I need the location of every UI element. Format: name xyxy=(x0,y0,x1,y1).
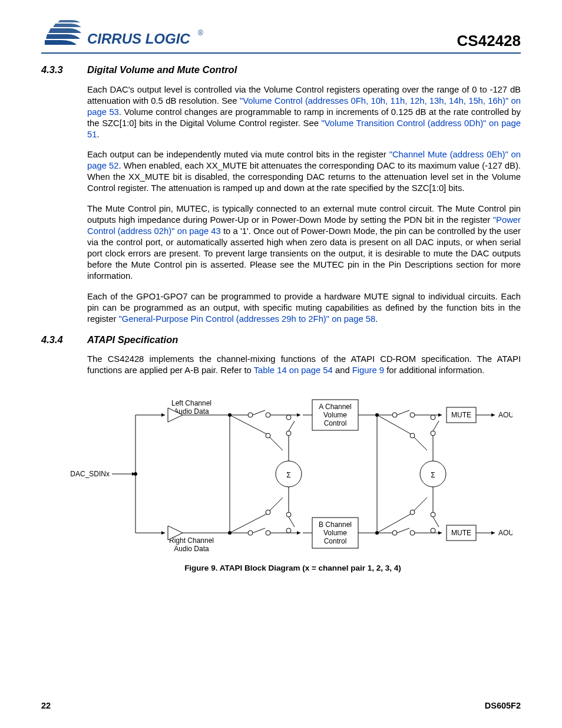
label-left-ch1: Left Channel xyxy=(171,399,211,407)
svg-line-29 xyxy=(289,421,295,431)
svg-point-66 xyxy=(431,512,435,517)
svg-point-23 xyxy=(248,531,253,535)
sigma-2: Σ xyxy=(431,471,435,479)
mute-a: MUTE xyxy=(451,411,471,419)
brand-logo: CIRRUS LOGIC ® xyxy=(41,18,218,50)
part-number: CS42428 xyxy=(457,32,521,50)
box-a-2: Volume xyxy=(323,411,347,419)
svg-line-46 xyxy=(397,410,409,415)
box-a-3: Control xyxy=(324,419,347,427)
paragraph: Each DAC's output level is controlled vi… xyxy=(87,84,521,140)
svg-point-28 xyxy=(286,431,291,436)
svg-line-51 xyxy=(414,437,427,450)
link-table14[interactable]: Table 14 on page 54 xyxy=(254,365,333,375)
svg-line-50 xyxy=(377,415,411,434)
svg-line-11 xyxy=(253,410,265,415)
page-number: 22 xyxy=(41,701,51,710)
section-4-3-3: 4.3.3 Digital Volume and Mute Control Ea… xyxy=(41,64,521,325)
svg-point-15 xyxy=(266,433,270,438)
page-header: CIRRUS LOGIC ® CS42428 xyxy=(41,18,521,54)
section-number: 4.3.3 xyxy=(41,64,87,75)
atapi-block-diagram: .t { font-family: Arial; font-size: 12px… xyxy=(65,391,513,556)
svg-point-59 xyxy=(410,531,415,535)
svg-line-24 xyxy=(253,528,265,533)
svg-line-33 xyxy=(289,517,295,527)
doc-number: DS605F2 xyxy=(485,701,521,710)
svg-line-55 xyxy=(414,498,427,510)
aoutb: AOUTBx xyxy=(498,529,513,537)
section-title: Digital Volume and Mute Control xyxy=(87,64,237,75)
box-b-1: B Channel xyxy=(319,521,352,529)
paragraph: Each output can be independently muted v… xyxy=(87,149,521,194)
svg-point-57 xyxy=(392,531,397,535)
page-footer: 22 DS605F2 xyxy=(41,701,521,710)
box-a-1: A Channel xyxy=(319,403,351,411)
section-title: ATAPI Specification xyxy=(87,334,178,345)
svg-line-21 xyxy=(270,498,283,510)
svg-point-49 xyxy=(410,433,415,438)
svg-point-25 xyxy=(266,531,270,535)
svg-line-17 xyxy=(270,437,283,450)
svg-point-53 xyxy=(410,510,415,515)
section-number: 4.3.4 xyxy=(41,334,87,345)
label-right-ch2: Audio Data xyxy=(174,545,209,553)
page: CIRRUS LOGIC ® CS42428 4.3.3 Digital Vol… xyxy=(0,0,562,728)
label-right-ch1: Right Channel xyxy=(169,536,214,545)
svg-point-19 xyxy=(266,510,270,515)
svg-point-47 xyxy=(410,413,415,417)
svg-point-45 xyxy=(392,413,397,417)
paragraph: The Mute Control pin, MUTEC, is typicall… xyxy=(87,203,521,282)
svg-point-12 xyxy=(266,413,270,417)
svg-point-68 xyxy=(431,528,435,533)
svg-line-63 xyxy=(433,421,439,431)
aouta: AOUTAx xyxy=(498,411,513,419)
svg-line-67 xyxy=(433,517,439,527)
mute-b: MUTE xyxy=(451,529,471,537)
brand-reg: ® xyxy=(198,29,203,37)
paragraph: The CS42428 implements the channel-mixin… xyxy=(87,354,521,376)
svg-point-10 xyxy=(248,413,253,417)
section-heading: 4.3.4 ATAPI Specification xyxy=(41,334,521,345)
section-4-3-4: 4.3.4 ATAPI Specification The CS42428 im… xyxy=(41,334,521,377)
svg-point-62 xyxy=(431,431,435,436)
box-b-2: Volume xyxy=(323,529,347,537)
svg-point-34 xyxy=(286,528,291,533)
svg-line-58 xyxy=(397,528,409,533)
section-heading: 4.3.3 Digital Volume and Mute Control xyxy=(41,64,521,75)
figure-caption: Figure 9. ATAPI Block Diagram (x = chann… xyxy=(65,564,521,572)
svg-line-16 xyxy=(230,415,266,434)
svg-point-30 xyxy=(286,415,291,420)
cirrus-logo-icon: CIRRUS LOGIC ® xyxy=(41,18,218,50)
link-figure9[interactable]: Figure 9 xyxy=(352,365,384,375)
svg-line-54 xyxy=(377,514,411,533)
svg-point-32 xyxy=(286,512,291,517)
sigma-1: Σ xyxy=(286,471,290,479)
paragraph: Each of the GPO1-GPO7 can be programmed … xyxy=(87,291,521,325)
svg-point-64 xyxy=(431,415,435,420)
link-gpio-control[interactable]: "General-Purpose Pin Control (addresses … xyxy=(118,314,375,324)
figure-9: .t { font-family: Arial; font-size: 12px… xyxy=(65,391,521,572)
label-dac-sdin: DAC_SDINx xyxy=(70,470,110,478)
brand-text: CIRRUS LOGIC xyxy=(87,31,190,47)
box-b-3: Control xyxy=(324,537,347,545)
